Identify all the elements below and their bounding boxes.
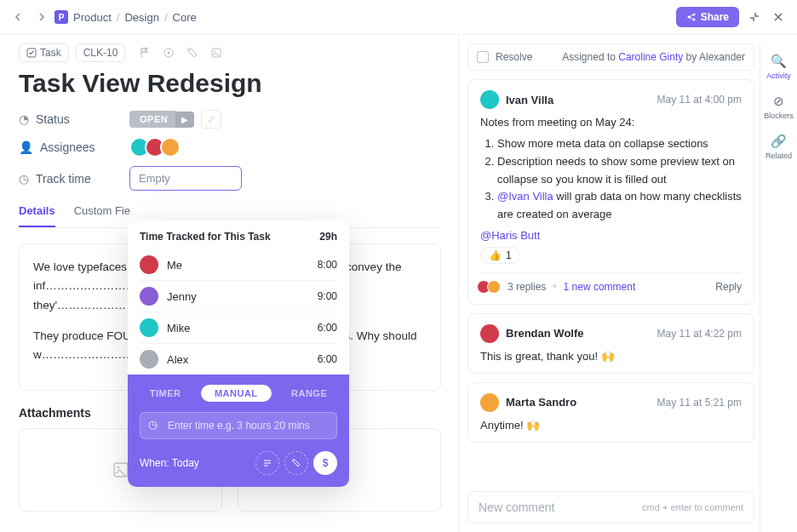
close-icon[interactable] <box>770 9 787 26</box>
time-row[interactable]: Mike6:00 <box>140 312 337 343</box>
comment: Brendan Wolfe May 11 at 4:22 pm This is … <box>467 313 754 374</box>
comment: Ivan Villa May 11 at 4:00 pm Notes from … <box>467 79 754 305</box>
billable-button[interactable]: $ <box>313 451 337 475</box>
seg-manual[interactable]: MANUAL <box>201 385 272 402</box>
link-icon: 🔗 <box>771 134 787 149</box>
tab-custom-fields[interactable]: Custom Fie <box>74 204 130 227</box>
status-icon: ◔ <box>19 112 29 126</box>
time-row-name: Mike <box>167 322 190 335</box>
breadcrumb-item[interactable]: Core <box>173 11 197 24</box>
time-row-value: 9:00 <box>318 290 337 302</box>
time-row-name: Alex <box>167 353 188 366</box>
svg-point-5 <box>168 52 170 54</box>
time-row[interactable]: Me8:00 <box>140 249 337 280</box>
task-type-chip[interactable]: Task <box>19 43 69 62</box>
comment-time: May 11 at 5:21 pm <box>657 397 742 409</box>
comment-composer[interactable]: New comment cmd + enter to comment <box>467 491 754 523</box>
topbar: P Product / Design / Core Share <box>0 0 797 35</box>
project-icon: P <box>54 10 68 24</box>
resolve-label: Resolve <box>496 51 532 63</box>
image-icon[interactable] <box>210 47 222 59</box>
time-row[interactable]: Jenny9:00 <box>140 280 337 312</box>
svg-point-8 <box>214 50 215 52</box>
clock-icon: ◷ <box>19 172 29 186</box>
task-icon <box>26 48 37 58</box>
popover-total: 29h <box>319 231 337 243</box>
avatar[interactable] <box>160 137 181 157</box>
track-time-input[interactable] <box>129 166 242 191</box>
avatar <box>140 255 158 274</box>
status-badge[interactable]: OPEN <box>129 111 175 128</box>
reply-button[interactable]: Reply <box>715 281 742 293</box>
breadcrumb-item[interactable]: Design <box>124 11 158 24</box>
mention-link[interactable]: @Ivan Villa <box>497 190 553 203</box>
svg-rect-9 <box>114 463 128 477</box>
assignee-stack[interactable] <box>129 137 181 157</box>
comment: Marta Sandro May 11 at 5:21 pm Anytime! … <box>467 382 754 443</box>
tag-icon[interactable] <box>186 47 198 59</box>
breadcrumb[interactable]: P Product / Design / Core <box>54 10 197 24</box>
comment-time: May 11 at 4:00 pm <box>657 94 742 106</box>
avatar <box>140 287 158 306</box>
reaction-button[interactable]: 👍1 <box>480 247 520 264</box>
eye-icon[interactable] <box>163 47 175 59</box>
time-row-name: Jenny <box>167 290 197 303</box>
svg-point-6 <box>190 49 192 51</box>
assigned-user-link[interactable]: Caroline Ginty <box>618 51 683 63</box>
tab-details[interactable]: Details <box>19 204 55 227</box>
reply-avatars[interactable] <box>480 280 501 294</box>
breadcrumb-item[interactable]: Product <box>73 11 112 24</box>
share-button[interactable]: Share <box>676 7 739 27</box>
new-comment-link[interactable]: 1 new comment <box>564 281 636 293</box>
time-entry-input[interactable] <box>140 412 337 439</box>
seg-timer[interactable]: TIMER <box>150 388 181 398</box>
assigned-bar: Resolve Assigned to Caroline Ginty by Al… <box>467 43 754 71</box>
avatar[interactable] <box>480 90 499 109</box>
share-icon <box>686 12 697 22</box>
page-title: Task View Redesign <box>19 69 441 98</box>
comment-author[interactable]: Brendan Wolfe <box>506 327 584 340</box>
time-row-value: 8:00 <box>318 259 337 271</box>
time-row-value: 6:00 <box>318 322 337 334</box>
rail-activity[interactable]: 🔍Activity <box>766 54 791 80</box>
tag-icon[interactable] <box>284 451 308 475</box>
time-row-value: 6:00 <box>318 353 337 365</box>
seg-range[interactable]: RANGE <box>291 388 327 398</box>
search-icon: 🔍 <box>771 54 787 69</box>
comment-time: May 11 at 4:22 pm <box>657 328 742 340</box>
flag-icon[interactable] <box>139 47 151 59</box>
time-row[interactable]: Alex6:00 <box>140 343 337 375</box>
svg-rect-7 <box>212 49 221 57</box>
comment-author[interactable]: Marta Sandro <box>506 396 576 409</box>
rail-blockers[interactable]: ⊘Blockers <box>764 94 794 120</box>
when-label[interactable]: When: Today <box>140 457 199 469</box>
status-next-button[interactable]: ▶ <box>175 112 194 128</box>
comment-author[interactable]: Ivan Villa <box>506 94 553 106</box>
rail-related[interactable]: 🔗Related <box>765 134 792 160</box>
composer-hint: cmd + enter to comment <box>642 502 743 512</box>
collapse-icon[interactable] <box>746 9 763 26</box>
replies-count[interactable]: 3 replies <box>507 281 546 293</box>
resolve-checkbox[interactable] <box>477 51 489 63</box>
right-rail: 🔍Activity ⊘Blockers 🔗Related <box>760 43 797 532</box>
time-row-name: Me <box>167 259 182 272</box>
popover-title: Time Tracked for This Task <box>140 231 271 243</box>
time-tracking-popover: Time Tracked for This Task 29h Me8:00Jen… <box>128 220 349 487</box>
mention-link[interactable]: @Haris Butt <box>480 229 742 242</box>
person-icon: 👤 <box>19 140 33 154</box>
svg-point-10 <box>117 466 119 469</box>
complete-checkbox[interactable]: ✓ <box>201 110 221 129</box>
nav-forward[interactable] <box>32 9 49 26</box>
task-id-chip[interactable]: CLK-10 <box>76 43 126 62</box>
avatar[interactable] <box>480 393 499 412</box>
avatar <box>140 318 158 337</box>
avatar[interactable] <box>480 324 499 343</box>
note-icon[interactable] <box>255 451 279 475</box>
block-icon: ⊘ <box>773 94 784 109</box>
avatar <box>140 350 158 369</box>
nav-back[interactable] <box>10 9 27 26</box>
